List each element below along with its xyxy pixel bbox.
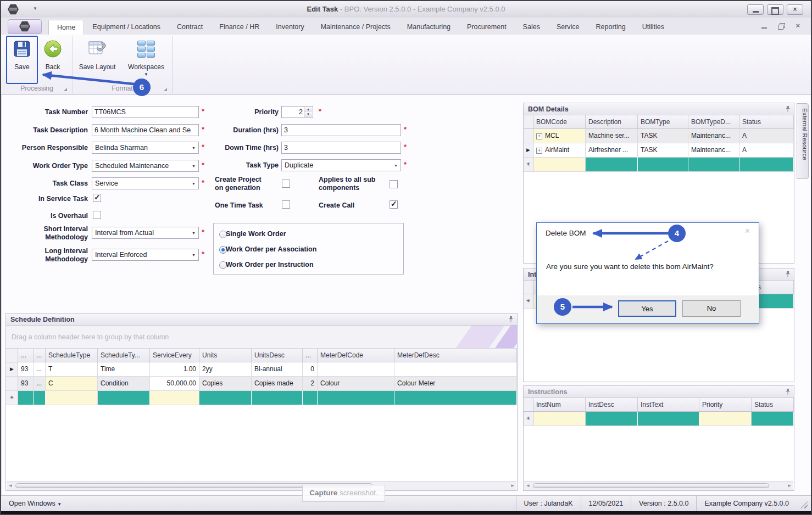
cell[interactable]: Time: [98, 362, 150, 376]
column-header[interactable]: ...: [18, 349, 34, 362]
new-cell[interactable]: [739, 158, 794, 171]
child-minimize-icon[interactable]: [761, 23, 767, 29]
one-time-task-checkbox[interactable]: [282, 200, 290, 209]
spinner-down-icon[interactable]: ▼: [304, 112, 312, 117]
column-header[interactable]: InstNum: [533, 398, 586, 411]
scroll-right-icon[interactable]: ►: [787, 483, 792, 488]
work-order-type-dropdown[interactable]: Scheduled Maintenance ▼: [92, 160, 199, 172]
column-header[interactable]: Priority: [699, 398, 752, 411]
pin-icon[interactable]: [508, 316, 514, 324]
cell[interactable]: 0: [303, 362, 318, 376]
scroll-left-icon[interactable]: ◄: [526, 483, 530, 488]
applies-sub-checkbox[interactable]: [390, 180, 398, 188]
tab-contract[interactable]: Contract: [169, 20, 211, 35]
workspaces-button[interactable]: Workspaces ▼: [125, 38, 167, 77]
cell[interactable]: TASK: [638, 143, 688, 157]
yes-button[interactable]: Yes: [618, 300, 676, 317]
save-layout-button[interactable]: Save Layout: [77, 38, 118, 71]
processing-dialog-launcher-icon[interactable]: [64, 88, 67, 91]
down-time-input[interactable]: [281, 142, 401, 154]
tab-manufacturing[interactable]: Manufacturing: [399, 20, 459, 35]
child-close-icon[interactable]: ×: [796, 23, 800, 29]
new-cell[interactable]: [98, 391, 150, 405]
column-header[interactable]: BOMTypeD...: [688, 115, 739, 128]
scroll-right-icon[interactable]: ►: [510, 483, 515, 488]
column-header[interactable]: ScheduleTy...: [98, 349, 150, 362]
cell[interactable]: 50,000.00: [150, 377, 199, 390]
resize-grip[interactable]: [800, 501, 808, 508]
expand-plus-icon[interactable]: +: [536, 133, 542, 139]
cell[interactable]: T: [46, 362, 98, 376]
column-header[interactable]: InstDesc: [586, 398, 638, 411]
pin-icon[interactable]: [785, 388, 791, 397]
cell[interactable]: Colour Meter: [394, 377, 517, 390]
tab-service[interactable]: Service: [548, 20, 588, 35]
cell[interactable]: Copies made: [252, 377, 303, 390]
column-header[interactable]: MeterDefDesc: [394, 349, 517, 362]
cell[interactable]: A: [739, 143, 794, 157]
back-button[interactable]: Back: [38, 38, 67, 71]
column-header[interactable]: Description: [586, 115, 638, 128]
new-cell[interactable]: [638, 158, 688, 171]
column-header[interactable]: UnitsDesc: [252, 349, 303, 362]
tab-reporting[interactable]: Reporting: [588, 20, 634, 35]
new-cell[interactable]: [199, 391, 252, 405]
bom-new-row[interactable]: ✳: [524, 158, 794, 172]
expand-plus-icon[interactable]: +: [536, 148, 542, 154]
instructions-new-row[interactable]: ✳: [524, 412, 794, 426]
child-restore-icon[interactable]: [778, 23, 785, 29]
scroll-thumb[interactable]: [533, 483, 769, 488]
column-header[interactable]: BOMCode: [533, 115, 586, 128]
priority-spinner[interactable]: 2 ▲ ▼: [281, 106, 313, 118]
close-button[interactable]: ×: [787, 4, 803, 15]
tab-home[interactable]: Home: [48, 20, 84, 35]
group-by-band[interactable]: Drag a column header here to group by th…: [6, 326, 517, 349]
scroll-left-icon[interactable]: ◄: [8, 483, 13, 488]
bom-row[interactable]: ▶ +AirMaint Airfreshner ... TASK Mainten…: [524, 143, 794, 158]
column-header[interactable]: ScheduleType: [46, 349, 98, 362]
new-cell[interactable]: [752, 412, 794, 426]
task-type-dropdown[interactable]: Duplicate ▼: [281, 159, 401, 171]
format-dialog-launcher-icon[interactable]: [164, 88, 167, 91]
person-responsible-dropdown[interactable]: Belinda Sharman ▼: [92, 142, 199, 154]
new-cell[interactable]: [688, 158, 739, 171]
tab-equipment-locations[interactable]: Equipment / Locations: [84, 20, 169, 35]
new-cell[interactable]: [150, 391, 199, 405]
no-button[interactable]: No: [682, 300, 741, 317]
cell[interactable]: Maintenanc...: [688, 143, 739, 157]
new-cell[interactable]: [586, 412, 638, 426]
create-project-checkbox[interactable]: [282, 180, 290, 188]
cell[interactable]: Copies: [199, 377, 252, 390]
short-interval-dropdown[interactable]: Interval from Actual ▼: [92, 227, 199, 239]
maximize-button[interactable]: [767, 4, 783, 15]
column-header[interactable]: Status: [739, 115, 794, 128]
new-cell[interactable]: [303, 391, 318, 405]
tab-utilities[interactable]: Utilities: [634, 20, 672, 35]
workspaces-dropdown-icon[interactable]: ▼: [125, 72, 167, 77]
bom-row[interactable]: +MCL Machine ser... TASK Maintenanc... A: [524, 129, 794, 143]
cell[interactable]: 2yy: [199, 362, 252, 376]
new-cell[interactable]: [533, 412, 586, 426]
tab-finance-hr[interactable]: Finance / HR: [211, 20, 268, 35]
pin-icon[interactable]: [785, 105, 791, 114]
new-cell[interactable]: [533, 158, 586, 171]
cell[interactable]: 1.00: [150, 362, 199, 376]
pin-icon[interactable]: [785, 271, 791, 279]
spinner-up-icon[interactable]: ▲: [304, 107, 312, 112]
tab-inventory[interactable]: Inventory: [268, 20, 312, 35]
cell[interactable]: Bi-annual: [252, 362, 303, 376]
new-cell[interactable]: [638, 412, 699, 426]
column-header[interactable]: InstText: [638, 398, 699, 411]
cell[interactable]: Machine ser...: [586, 129, 638, 143]
external-resource-tab[interactable]: External Resource: [797, 103, 809, 179]
cell[interactable]: [394, 362, 517, 376]
column-header[interactable]: ...: [303, 349, 318, 362]
cell[interactable]: Airfreshner ...: [586, 143, 638, 157]
cell[interactable]: 93: [18, 377, 34, 390]
cell[interactable]: TASK: [638, 129, 688, 143]
new-cell[interactable]: [46, 391, 98, 405]
cell[interactable]: ...: [34, 362, 46, 376]
schedule-row[interactable]: ▶ 93 ... T Time 1.00 2yy Bi-annual 0: [6, 362, 517, 377]
duration-input[interactable]: [281, 124, 401, 136]
new-cell[interactable]: [252, 391, 303, 405]
